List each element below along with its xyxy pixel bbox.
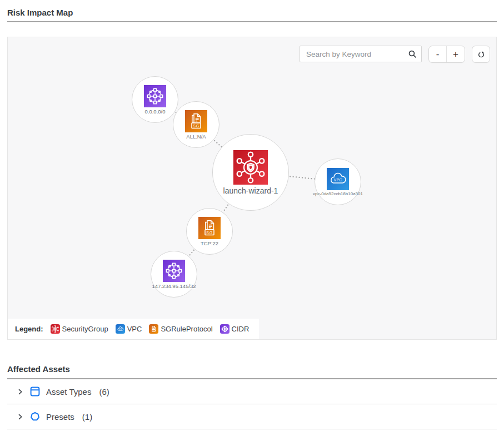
- cidr-icon: [220, 324, 229, 334]
- legend-item-label: VPC: [127, 325, 142, 333]
- legend-item-cidr: CIDR: [220, 324, 249, 334]
- node-label: ALL:N/A: [186, 133, 206, 140]
- node-cidr-any[interactable]: 0.0.0.0/0: [132, 76, 178, 123]
- chevron-right-icon: [17, 413, 24, 420]
- row-count: (1): [82, 412, 92, 422]
- security-group-icon: [51, 324, 60, 334]
- zoom-control-group: - +: [428, 46, 465, 63]
- legend-item-vpc: VPC: [116, 324, 142, 334]
- page-title: Risk Impact Map: [7, 8, 497, 17]
- sg-rule-protocol-icon: [149, 324, 158, 334]
- zoom-in-button[interactable]: +: [447, 46, 465, 62]
- asset-row-asset-types[interactable]: Asset Types (6): [7, 379, 497, 404]
- refresh-icon: [477, 50, 486, 59]
- node-sg-rule-all[interactable]: ALL:N/A: [173, 101, 219, 148]
- legend-item-label: SGRuleProtocol: [161, 325, 212, 333]
- node-vpc[interactable]: vpc-0da52ccb18b10a301: [315, 158, 361, 205]
- affected-assets-section: Affected Assets Asset Types (6) Presets …: [7, 364, 497, 429]
- row-label: Presets: [46, 412, 74, 422]
- legend-item-label: SecurityGroup: [62, 325, 108, 333]
- node-label: TCP:22: [201, 240, 218, 246]
- search-box: [300, 46, 422, 62]
- zoom-out-button[interactable]: -: [429, 46, 447, 62]
- node-security-group[interactable]: launch-wizard-1: [212, 134, 289, 211]
- node-label: 0.0.0.0/0: [145, 108, 166, 115]
- page-header: Risk Impact Map: [7, 0, 497, 22]
- vpc-icon: [327, 168, 349, 190]
- risk-impact-map-panel[interactable]: - + 0.0.0.0/0 ALL:N/A launch-wizard-1 vp…: [7, 37, 497, 340]
- sg-rule-protocol-icon: [198, 217, 221, 239]
- row-count: (6): [99, 387, 109, 397]
- presets-icon: [30, 412, 40, 422]
- chevron-right-icon: [17, 388, 24, 395]
- asset-types-icon: [30, 387, 40, 397]
- affected-assets-title: Affected Assets: [7, 364, 497, 379]
- node-label: launch-wizard-1: [223, 186, 278, 195]
- legend: Legend: SecurityGroup VPC SGRuleProtocol…: [8, 319, 259, 339]
- vpc-icon: [116, 324, 125, 334]
- legend-title: Legend:: [15, 325, 43, 333]
- legend-item-securitygroup: SecurityGroup: [51, 324, 108, 334]
- legend-item-sgruleprotocol: SGRuleProtocol: [149, 324, 212, 334]
- security-group-icon: [233, 150, 268, 185]
- search-icon: [408, 49, 417, 59]
- map-toolbar: - +: [300, 46, 490, 63]
- node-label: 147.234.95.145/32: [152, 283, 196, 289]
- cidr-icon: [163, 260, 185, 282]
- node-cidr-host[interactable]: 147.234.95.145/32: [151, 251, 197, 298]
- asset-row-presets[interactable]: Presets (1): [7, 404, 497, 429]
- refresh-button[interactable]: [472, 46, 490, 63]
- row-label: Asset Types: [46, 387, 91, 397]
- legend-item-label: CIDR: [232, 325, 249, 333]
- cidr-icon: [144, 85, 166, 107]
- node-label: vpc-0da52ccb18b10a301: [313, 191, 363, 196]
- search-input[interactable]: [300, 46, 422, 62]
- sg-rule-protocol-icon: [185, 110, 207, 132]
- node-sg-rule-tcp22[interactable]: TCP:22: [186, 208, 233, 255]
